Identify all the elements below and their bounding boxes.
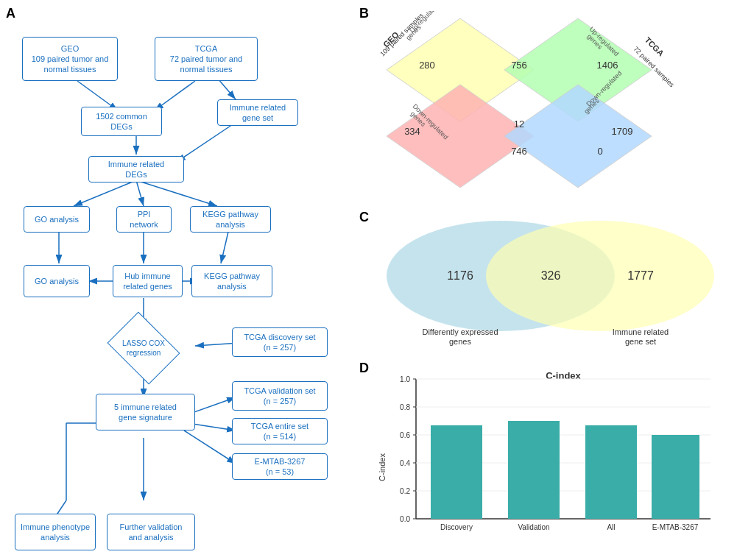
- svg-text:Differently expressed: Differently expressed: [422, 327, 498, 336]
- lasso-cox-box: LASSO COXregression: [103, 320, 184, 375]
- chart-d: C-index C-index 0.0 0.2 0.4: [372, 364, 733, 552]
- left-panel: A: [0, 0, 353, 560]
- go-analysis-2-box: GO analysis: [24, 265, 90, 297]
- svg-text:1406: 1406: [597, 60, 618, 71]
- svg-line-19: [184, 430, 236, 464]
- immune-phenotype-text: Immune phenotypeanalysis: [21, 522, 90, 543]
- degs-text: 1502 commonDEGs: [96, 111, 147, 132]
- geo-box: GEO109 paired tumor andnormal tissues: [22, 37, 118, 81]
- hub-genes-text: Hub immunerelated genes: [123, 271, 172, 292]
- panel-d-label: D: [359, 361, 369, 376]
- svg-text:Validation: Validation: [518, 523, 549, 531]
- tcga-entire-box: TCGA entire set(n = 514): [232, 418, 328, 444]
- svg-text:Discovery: Discovery: [440, 523, 473, 531]
- go-analysis-1-box: GO analysis: [24, 206, 90, 233]
- chart-d-svg: C-index C-index 0.0 0.2 0.4: [372, 364, 733, 552]
- svg-text:334: 334: [404, 126, 420, 137]
- kegg-2-text: KEGG pathwayanalysis: [204, 271, 260, 292]
- svg-text:Immune related: Immune related: [613, 327, 669, 336]
- bar-discovery: [431, 425, 482, 519]
- svg-text:0.4: 0.4: [400, 459, 410, 467]
- svg-point-49: [486, 221, 714, 331]
- immune-gene-set-box: Immune relatedgene set: [217, 99, 298, 126]
- five-gene-text: 5 immune relatedgene signature: [114, 402, 177, 423]
- degs-box: 1502 commonDEGs: [81, 107, 162, 136]
- panel-b-label: B: [359, 6, 369, 21]
- lasso-cox-text: LASSO COXregression: [122, 339, 165, 358]
- further-validation-box: Further validationand analysis: [107, 514, 195, 550]
- bar-all: [585, 425, 637, 519]
- svg-line-5: [177, 120, 239, 162]
- kegg-1-text: KEGG pathwayanalysis: [202, 209, 258, 230]
- svg-text:746: 746: [511, 146, 527, 157]
- bar-emtab: [652, 435, 699, 519]
- venn-c-svg: 1176 326 1777 Differently expressed gene…: [372, 213, 733, 357]
- go-analysis-1-text: GO analysis: [35, 214, 79, 224]
- svg-text:0.6: 0.6: [400, 431, 410, 439]
- tcga-entire-text: TCGA entire set(n = 514): [251, 421, 308, 442]
- svg-line-2: [155, 81, 195, 110]
- tcga-text: TCGA72 paired tumor andnormal tissues: [170, 43, 242, 75]
- svg-text:gene set: gene set: [625, 337, 656, 346]
- svg-text:0: 0: [597, 146, 602, 157]
- go-analysis-2-text: GO analysis: [35, 276, 79, 286]
- ppi-box: PPInetwork: [116, 206, 172, 233]
- svg-text:C-index: C-index: [378, 453, 387, 481]
- immune-degs-box: Immune relatedDEGs: [88, 156, 184, 182]
- svg-text:E-MTAB-3267: E-MTAB-3267: [652, 523, 699, 531]
- svg-line-6: [74, 180, 136, 206]
- svg-text:C-index: C-index: [546, 370, 581, 381]
- svg-text:1709: 1709: [612, 126, 633, 137]
- immune-degs-text: Immune relatedDEGs: [108, 159, 164, 180]
- svg-text:1777: 1777: [627, 269, 654, 282]
- kegg-2-box: KEGG pathwayanalysis: [191, 265, 272, 297]
- hub-genes-box: Hub immunerelated genes: [113, 265, 183, 297]
- svg-text:genes: genes: [449, 337, 471, 346]
- bar-validation: [508, 421, 560, 519]
- svg-text:1.0: 1.0: [400, 375, 410, 383]
- svg-text:0.2: 0.2: [400, 487, 410, 495]
- right-panel: B GEO 109 paired samples TCGA 72 paire: [353, 0, 751, 560]
- tcga-discovery-text: TCGA discovery set(n = 257): [244, 332, 315, 353]
- svg-line-1: [77, 81, 118, 110]
- venn-b: GEO 109 paired samples TCGA 72 paired sa…: [372, 11, 733, 206]
- svg-text:12: 12: [514, 118, 524, 130]
- svg-text:326: 326: [541, 269, 561, 282]
- immune-phenotype-box: Immune phenotypeanalysis: [15, 514, 96, 550]
- panel-c-label: C: [359, 210, 369, 225]
- venn-c: 1176 326 1777 Differently expressed gene…: [372, 213, 733, 357]
- immune-gene-set-text: Immune relatedgene set: [230, 102, 286, 124]
- svg-text:0.8: 0.8: [400, 403, 410, 411]
- tcga-validation-box: TCGA validation set(n = 257): [232, 381, 328, 411]
- five-gene-box: 5 immune relatedgene signature: [96, 394, 195, 430]
- tcga-discovery-box: TCGA discovery set(n = 257): [232, 327, 328, 357]
- svg-text:All: All: [607, 523, 615, 531]
- svg-line-11: [221, 232, 228, 263]
- svg-text:1176: 1176: [447, 269, 473, 282]
- emtab-text: E-MTAB-3267(n = 53): [255, 456, 306, 478]
- svg-text:280: 280: [419, 60, 435, 71]
- panel-a-label: A: [6, 6, 15, 21]
- svg-text:756: 756: [511, 60, 527, 71]
- svg-line-8: [136, 180, 217, 206]
- tcga-validation-text: TCGA validation set(n = 257): [244, 386, 315, 407]
- venn-b-svg: GEO 109 paired samples TCGA 72 paired sa…: [372, 11, 733, 206]
- tcga-box: TCGA72 paired tumor andnormal tissues: [155, 37, 258, 81]
- geo-text: GEO109 paired tumor andnormal tissues: [32, 43, 109, 75]
- flowchart: GEO109 paired tumor andnormal tissues TC…: [7, 22, 346, 560]
- svg-text:0.0: 0.0: [400, 515, 410, 523]
- ppi-text: PPInetwork: [130, 209, 158, 230]
- svg-line-7: [136, 180, 144, 206]
- further-validation-text: Further validationand analysis: [120, 522, 183, 543]
- emtab-box: E-MTAB-3267(n = 53): [232, 453, 328, 480]
- kegg-1-box: KEGG pathwayanalysis: [190, 206, 271, 233]
